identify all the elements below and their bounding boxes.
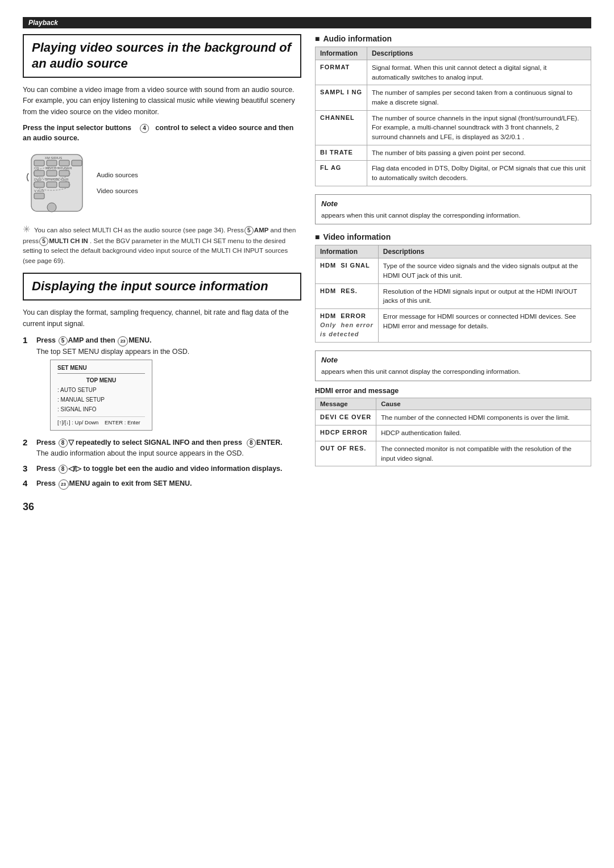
step-4-num: 4: [23, 478, 33, 488]
audio-row-4-desc: Flag data encoded in DTS, Dolby Digital,…: [367, 161, 591, 186]
svg-rect-13: [34, 182, 44, 187]
osd-row-1: : AUTO SETUP: [57, 385, 145, 395]
svg-rect-6: [34, 170, 44, 176]
audio-row-3-desc: The number of bits passing a given point…: [367, 145, 591, 161]
page-number: 36: [23, 501, 301, 513]
video-row-2-desc: Error message for HDMI sources or connec…: [378, 309, 591, 343]
table-row: HDCP ERROR HDCP authentication failed.: [316, 425, 591, 441]
video-col-desc: Descriptions: [378, 245, 591, 258]
diagram-labels: Audio sources Video sources: [97, 172, 138, 194]
audio-row-2-info: CHANNEL: [316, 110, 367, 145]
step-1-content: Press 5AMP and then 23MENU. The top SET …: [36, 335, 301, 433]
svg-text:V AUX: V AUX: [34, 189, 44, 193]
table-row: SAMPL I NG The number of samples per sec…: [316, 85, 591, 110]
step-2-sub: The audio information about the input so…: [36, 449, 244, 457]
hdmi-error-table: Message Cause DEVI CE OVER The number of…: [315, 398, 591, 467]
table-row: HDM SI GNAL Type of the source video sig…: [316, 258, 591, 283]
step-2-content: Press 8▽ repeatedly to select SIGNAL INF…: [36, 437, 301, 459]
svg-rect-1: [34, 160, 44, 166]
video-row-0-desc: Type of the source video signals and the…: [378, 258, 591, 283]
video-info-table: Information Descriptions HDM SI GNAL Typ…: [315, 245, 591, 343]
hdmi-row-2-msg: OUT OF RES.: [316, 441, 376, 466]
table-row: CHANNEL The number of source channels in…: [316, 110, 591, 145]
tip-box: ✳ You can also select MULTI CH as the au…: [23, 223, 301, 266]
step-3-content: Press 8◁/▷ to toggle bet een the audio a…: [36, 464, 301, 474]
svg-rect-7: [47, 170, 57, 176]
osd-row-3: : SIGNAL INFO: [57, 404, 145, 414]
right-column: Audio information Information Descriptio…: [315, 34, 591, 513]
audio-label: Audio sources: [97, 172, 138, 178]
svg-rect-20: [34, 193, 44, 199]
table-row: HDM ERROR Only hen erroris detected Erro…: [316, 309, 591, 343]
video-row-1-desc: Resolution of the HDMI signals input or …: [378, 283, 591, 308]
audio-row-4-info: FL AG: [316, 161, 367, 186]
hdmi-col-msg: Message: [316, 398, 376, 410]
video-label: Video sources: [97, 187, 138, 194]
audio-row-1-desc: The number of samples per second taken f…: [367, 85, 591, 110]
step-3: 3 Press 8◁/▷ to toggle bet een the audio…: [23, 464, 301, 474]
hdmi-row-0-cause: The number of the connected HDMI compone…: [376, 410, 591, 425]
svg-text:XM    SIRIUS: XM SIRIUS: [45, 156, 63, 160]
step-4: 4 Press 23MENU again to exit from SET ME…: [23, 478, 301, 490]
hdmi-col-cause: Cause: [376, 398, 591, 410]
section2-title-box: Displaying the input source information: [23, 273, 301, 301]
section2-title: Displaying the input source information: [32, 278, 292, 294]
svg-rect-2: [47, 160, 57, 166]
audio-info-title: Audio information: [315, 34, 591, 43]
breadcrumb: Playback: [23, 17, 591, 28]
svg-text:DVR: DVR: [61, 178, 69, 181]
step-2: 2 Press 8▽ repeatedly to select SIGNAL I…: [23, 437, 301, 459]
video-row-0-info: HDM SI GNAL: [316, 258, 379, 283]
svg-rect-15: [59, 182, 69, 187]
audio-row-3-info: BI TRATE: [316, 145, 367, 161]
audio-col-desc: Descriptions: [367, 47, 591, 60]
step-3-num: 3: [23, 464, 33, 473]
hdm-error-sub-note: Only hen erroris detected: [320, 322, 374, 337]
svg-text:TUNER: TUNER: [60, 166, 72, 170]
table-row: DEVI CE OVER The number of the connected…: [316, 410, 591, 425]
hdmi-error-title: HDMI error and message: [315, 387, 591, 395]
step-1: 1 Press 5AMP and then 23MENU. The top SE…: [23, 335, 301, 433]
osd-nav: [↑]/[↓] : Up/ Down ENTER : Enter: [57, 416, 145, 427]
svg-rect-8: [59, 170, 69, 176]
hdmi-row-1-msg: HDCP ERROR: [316, 425, 376, 441]
video-note-text: appears when this unit cannot display th…: [321, 368, 520, 375]
two-column-layout: Playing video sources in the background …: [23, 34, 591, 513]
osd-row-2: : MANUAL SETUP: [57, 395, 145, 404]
section1-body: You can combine a video image from a vid…: [23, 85, 301, 118]
step-2-num: 2: [23, 437, 33, 447]
svg-rect-3: [59, 160, 69, 166]
remote-diagram-svg: XM SIRIUS CD MD/CD R TUNER: [23, 149, 91, 217]
hdmi-row-1-cause: HDCP authentication failed.: [376, 425, 591, 441]
steps-section: 1 Press 5AMP and then 23MENU. The top SE…: [23, 335, 301, 490]
table-row: HDM RES. Resolution of the HDMI signals …: [316, 283, 591, 308]
tip-star-icon: ✳: [23, 224, 30, 234]
audio-col-info: Information: [316, 47, 367, 60]
table-row: FORMAT Signal format. When this unit can…: [316, 60, 591, 85]
section1-title: Playing video sources in the background …: [32, 40, 292, 71]
video-note-title: Note: [321, 354, 585, 366]
video-info-title: Video information: [315, 232, 591, 241]
section2-body: You can display the format, sampling fre…: [23, 307, 301, 329]
osd-box: SET MENU TOP MENU : AUTO SETUP : MANUAL …: [50, 360, 152, 431]
audio-row-0-desc: Signal format. When this unit cannot det…: [367, 60, 591, 85]
section1-instruction: Press the input selector buttons 4 contr…: [23, 123, 301, 143]
audio-note-title: Note: [321, 198, 585, 210]
step-1-sub: The top SET MENU display appears in the …: [36, 348, 189, 356]
svg-point-22: [47, 203, 56, 212]
audio-info-table: Information Descriptions FORMAT Signal f…: [315, 47, 591, 186]
hdmi-row-2-cause: The connected monitor is not compatible …: [376, 441, 591, 466]
audio-note-text: appears when this unit cannot display th…: [321, 212, 520, 219]
table-row: OUT OF RES. The connected monitor is not…: [316, 441, 591, 466]
left-column: Playing video sources in the background …: [23, 34, 301, 513]
video-col-info: Information: [316, 245, 379, 258]
step-4-content: Press 23MENU again to exit from SET MENU…: [36, 478, 301, 490]
tip-text: You can also select MULTI CH as the audi…: [23, 227, 296, 264]
table-row: BI TRATE The number of bits passing a gi…: [316, 145, 591, 161]
audio-row-1-info: SAMPL I NG: [316, 85, 367, 110]
section1-title-box: Playing video sources in the background …: [23, 34, 301, 78]
audio-row-2-desc: The number of source channels in the inp…: [367, 110, 591, 145]
video-row-1-info: HDM RES.: [316, 283, 379, 308]
step-1-num: 1: [23, 335, 33, 345]
svg-rect-14: [47, 182, 57, 187]
